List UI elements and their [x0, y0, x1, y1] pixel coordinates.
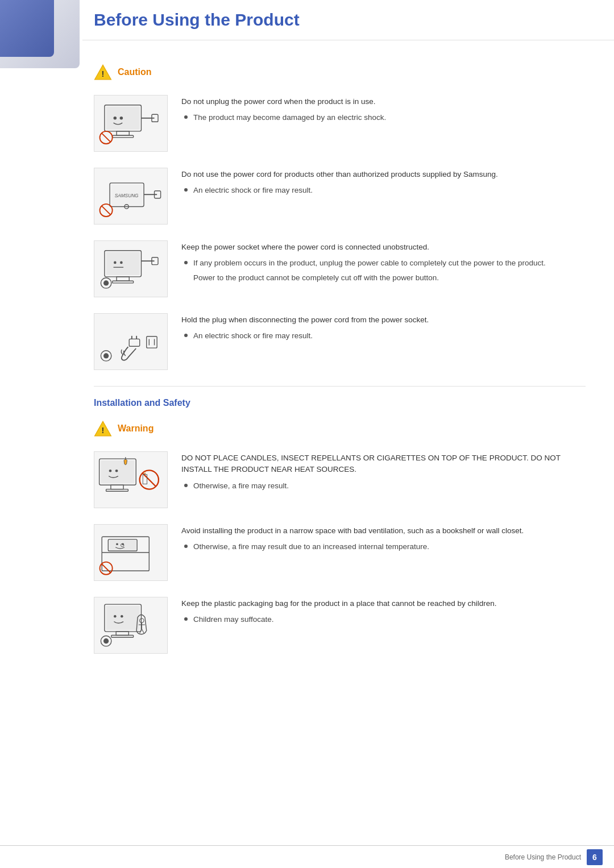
- bullet-text-3-0: If any problem occurs in the product, un…: [193, 258, 546, 269]
- svg-rect-63: [116, 632, 128, 635]
- svg-point-46: [115, 470, 118, 472]
- warning-image-2: [94, 524, 168, 581]
- caution-text-2: Do not use the power cord for products o…: [181, 168, 586, 200]
- warning-image-3: [94, 597, 168, 654]
- caution-main-3: Keep the power socket where the power co…: [181, 242, 586, 253]
- caution-bullet-3-0: If any problem occurs in the product, un…: [181, 258, 586, 269]
- svg-line-19: [102, 206, 110, 215]
- svg-point-65: [114, 615, 117, 618]
- caution-bullet-2-0: An electric shock or fire may result.: [181, 185, 586, 196]
- svg-text:SAMSUNG: SAMSUNG: [115, 193, 139, 198]
- sidebar-accent: [0, 0, 54, 57]
- caution-image-2: SAMSUNG: [94, 168, 168, 225]
- warning-text-1: DO NOT PLACE CANDLES, INSECT REPELLANTS …: [181, 451, 586, 495]
- bullet-dot: [184, 261, 188, 264]
- section-divider: [94, 386, 586, 387]
- bullet-dot: [184, 188, 188, 192]
- page-footer: Before Using the Product 6: [0, 845, 614, 868]
- svg-line-49: [142, 473, 156, 487]
- caution-text-4: Hold the plug when disconnecting the pow…: [181, 313, 586, 345]
- page-title-bar: Before Using the Product: [82, 0, 614, 40]
- warning-item-1: DO NOT PLACE CANDLES, INSECT REPELLANTS …: [94, 451, 586, 508]
- warning-item-3: Keep the plastic packaging bag for the p…: [94, 597, 586, 654]
- bullet-dot: [184, 334, 188, 337]
- caution-item-1: Do not unplug the power cord when the pr…: [94, 95, 586, 152]
- warning-label: Warning: [118, 423, 154, 434]
- warning-main-2: Avoid installing the product in a narrow…: [181, 525, 586, 537]
- svg-rect-62: [106, 606, 140, 630]
- svg-rect-23: [113, 281, 134, 283]
- svg-point-58: [122, 543, 124, 545]
- warning-triangle-icon: !: [94, 420, 112, 438]
- caution-image-3: [94, 240, 168, 297]
- bullet-text-4-0: An electric shock or fire may result.: [193, 330, 313, 342]
- caution-triangle-icon: !: [94, 63, 112, 81]
- svg-text:!: !: [102, 69, 105, 78]
- svg-line-60: [101, 563, 111, 573]
- svg-point-7: [120, 117, 123, 120]
- warning-main-1: DO NOT PLACE CANDLES, INSECT REPELLANTS …: [181, 452, 586, 476]
- svg-point-66: [121, 615, 123, 618]
- caution-section-header: ! Caution: [94, 63, 586, 81]
- page-title: Before Using the Product: [94, 10, 591, 30]
- bullet-text-w2-0: Otherwise, a fire may result due to an i…: [193, 541, 429, 553]
- caution-image-1: [94, 95, 168, 152]
- caution-main-1: Do not unplug the power cord when the pr…: [181, 96, 586, 107]
- bullet-text-1-0: The product may become damaged by an ele…: [193, 112, 386, 123]
- caution-text-1: Do not unplug the power cord when the pr…: [181, 95, 586, 127]
- warning-section-header: ! Warning: [94, 420, 586, 438]
- svg-text:!: !: [102, 426, 105, 435]
- svg-rect-31: [129, 339, 139, 346]
- svg-rect-43: [111, 485, 123, 489]
- warning-bullet-1-0: Otherwise, a fire may result.: [181, 480, 586, 492]
- caution-bullet-4-0: An electric shock or fire may result.: [181, 330, 586, 342]
- svg-rect-5: [113, 135, 134, 138]
- caution-item-3: Keep the power socket where the power co…: [94, 240, 586, 297]
- warning-main-3: Keep the plastic packaging bag for the p…: [181, 598, 586, 609]
- caution-main-4: Hold the plug when disconnecting the pow…: [181, 314, 586, 326]
- caution-label: Caution: [118, 67, 152, 77]
- sidebar-decoration: [0, 0, 80, 68]
- svg-rect-42: [101, 460, 134, 484]
- caution-subnote-3-0: Power to the product cannot be completel…: [181, 272, 586, 284]
- svg-point-38: [103, 353, 109, 358]
- warning-image-1: [94, 451, 168, 508]
- page-number: 6: [587, 849, 603, 865]
- installation-heading: Installation and Safety: [94, 398, 586, 408]
- svg-rect-22: [117, 277, 129, 281]
- caution-item-4: Hold the plug when disconnecting the pow…: [94, 313, 586, 370]
- svg-rect-44: [106, 489, 128, 492]
- svg-rect-4: [117, 131, 129, 135]
- svg-point-73: [103, 638, 109, 643]
- svg-rect-64: [111, 636, 134, 638]
- svg-point-57: [116, 543, 118, 545]
- svg-point-6: [114, 117, 117, 120]
- main-content: ! Caution D: [82, 40, 614, 687]
- footer-text: Before Using the Product: [505, 853, 581, 861]
- svg-rect-34: [147, 337, 157, 348]
- svg-line-71: [142, 629, 144, 633]
- svg-point-30: [103, 280, 109, 285]
- svg-line-11: [102, 134, 110, 142]
- warning-bullet-2-0: Otherwise, a fire may result due to an i…: [181, 541, 586, 553]
- caution-bullet-1-0: The product may become damaged by an ele…: [181, 112, 586, 123]
- bullet-text-w3-0: Children may suffocate.: [193, 614, 274, 625]
- bullet-dot: [184, 115, 188, 119]
- caution-item-2: SAMSUNG Do not use the power cord for pr…: [94, 168, 586, 225]
- svg-point-67: [140, 618, 144, 622]
- caution-text-3: Keep the power socket where the power co…: [181, 240, 586, 288]
- bullet-dot: [184, 545, 188, 548]
- svg-point-25: [120, 261, 123, 264]
- warning-bullet-3-0: Children may suffocate.: [181, 614, 586, 625]
- bullet-text-w1-0: Otherwise, a fire may result.: [193, 480, 289, 492]
- bullet-dot: [184, 617, 188, 621]
- bullet-text-2-0: An electric shock or fire may result.: [193, 185, 313, 196]
- svg-line-70: [140, 629, 142, 633]
- svg-point-45: [109, 470, 112, 472]
- warning-item-2: Avoid installing the product in a narrow…: [94, 524, 586, 581]
- warning-text-3: Keep the plastic packaging bag for the p…: [181, 597, 586, 629]
- warning-text-2: Avoid installing the product in a narrow…: [181, 524, 586, 556]
- caution-main-2: Do not use the power cord for products o…: [181, 169, 586, 180]
- caution-image-4: [94, 313, 168, 370]
- bullet-dot: [184, 484, 188, 487]
